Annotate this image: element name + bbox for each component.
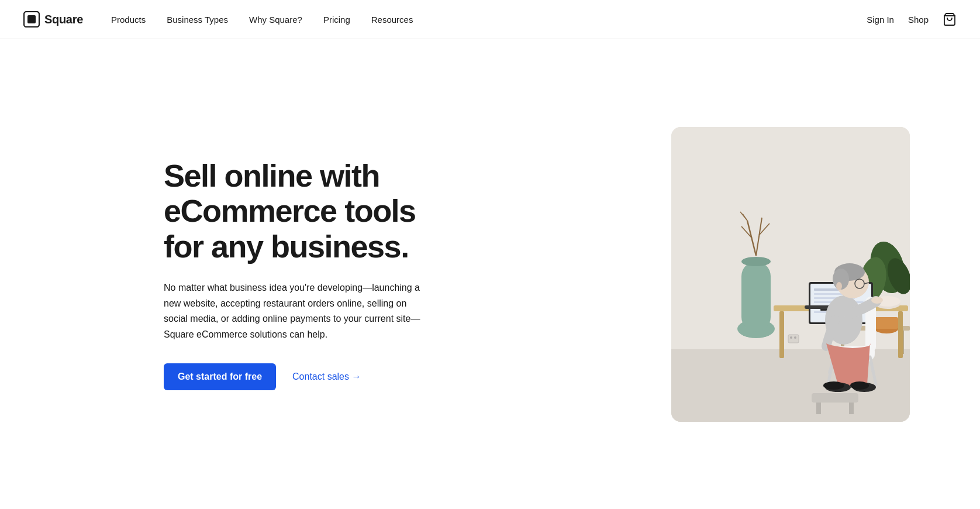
hero-cta: Get started for free Contact sales → xyxy=(164,363,433,390)
hero-section: Sell online with eCommerce tools for any… xyxy=(0,39,980,509)
hero-image-wrapper xyxy=(671,127,910,422)
svg-rect-58 xyxy=(812,393,858,403)
logo-text: Square xyxy=(44,13,83,26)
hero-scene-svg xyxy=(671,127,910,422)
logo[interactable]: Square xyxy=(23,11,83,27)
square-logo-icon xyxy=(23,11,40,27)
svg-rect-61 xyxy=(788,335,799,343)
svg-point-52 xyxy=(836,282,842,290)
nav-item-resources[interactable]: Resources xyxy=(362,10,423,29)
hero-image xyxy=(671,127,910,422)
svg-point-62 xyxy=(790,336,792,339)
svg-point-63 xyxy=(794,336,796,339)
svg-point-17 xyxy=(741,257,771,266)
svg-rect-26 xyxy=(898,311,903,358)
svg-point-57 xyxy=(850,381,869,390)
nav-item-products[interactable]: Products xyxy=(102,10,155,29)
shop-link[interactable]: Shop xyxy=(908,15,929,25)
cart-svg-icon xyxy=(943,12,957,26)
hero-content: Sell online with eCommerce tools for any… xyxy=(164,158,433,390)
svg-rect-12 xyxy=(875,317,898,329)
hero-description: No matter what business idea you're deve… xyxy=(164,280,421,342)
get-started-button[interactable]: Get started for free xyxy=(164,363,276,390)
sign-in-link[interactable]: Sign In xyxy=(867,15,894,25)
svg-rect-25 xyxy=(779,311,784,358)
svg-point-53 xyxy=(871,297,883,304)
nav-links: Products Business Types Why Square? Pric… xyxy=(102,10,422,29)
navbar-left: Square Products Business Types Why Squar… xyxy=(23,10,422,29)
contact-sales-link[interactable]: Contact sales → xyxy=(292,372,361,382)
navbar-right: Sign In Shop xyxy=(867,12,957,26)
cart-icon[interactable] xyxy=(943,12,957,26)
svg-rect-16 xyxy=(741,262,771,332)
svg-rect-1 xyxy=(27,15,36,23)
svg-rect-59 xyxy=(816,403,821,414)
navbar: Square Products Business Types Why Squar… xyxy=(0,0,980,39)
nav-item-why-square[interactable]: Why Square? xyxy=(240,10,312,29)
hero-headline: Sell online with eCommerce tools for any… xyxy=(164,158,433,264)
nav-item-pricing[interactable]: Pricing xyxy=(314,10,360,29)
nav-item-business-types[interactable]: Business Types xyxy=(157,10,237,29)
svg-rect-60 xyxy=(849,403,854,414)
svg-point-55 xyxy=(823,381,844,390)
